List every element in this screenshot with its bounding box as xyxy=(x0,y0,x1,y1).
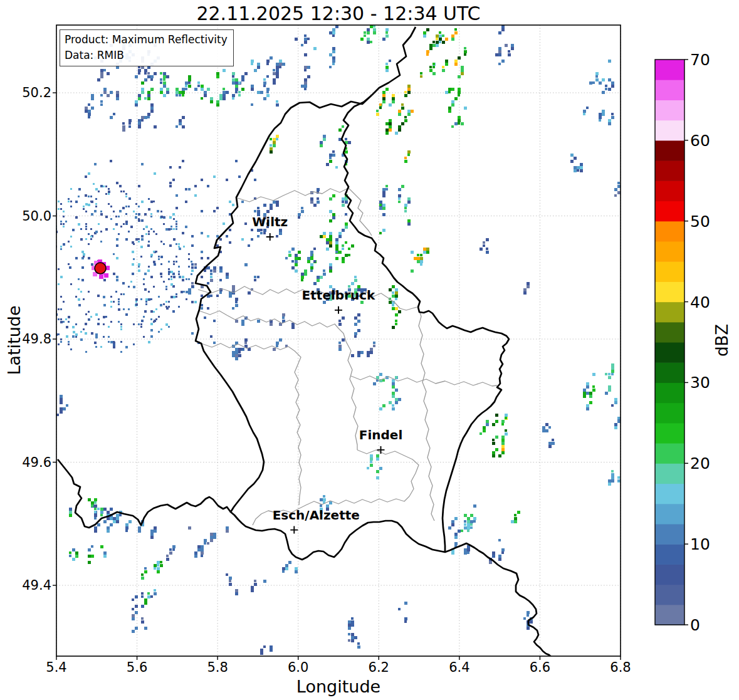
colorbar-segment xyxy=(655,443,684,464)
radar-halo-pixel xyxy=(99,274,103,279)
colorbar-tick-label: 50 xyxy=(690,212,710,230)
radar-figure: 22.11.2025 12:30 - 12:34 UTC Product: Ma… xyxy=(0,0,739,700)
colorbar-segment xyxy=(655,403,684,424)
colorbar-segment xyxy=(655,362,684,383)
colorbar-segment xyxy=(655,60,684,80)
x-tick-label: 6.2 xyxy=(369,660,389,675)
colorbar-segment xyxy=(655,100,684,120)
colorbar-segment xyxy=(655,524,684,545)
product-annotation-box: Product: Maximum Reflectivity Data: RMIB xyxy=(60,29,234,66)
y-tick-label: 50.2 xyxy=(22,85,51,100)
colorbar-tick-label: 0 xyxy=(690,616,700,634)
y-axis-label: Latitude xyxy=(4,305,24,375)
city-label: Wiltz xyxy=(252,214,288,229)
colorbar-segment xyxy=(655,564,684,585)
city-label: Esch/Alzette xyxy=(273,508,360,523)
colorbar-segment xyxy=(655,180,684,201)
colorbar-tick-label: 60 xyxy=(690,131,710,149)
colorbar-tick-label: 10 xyxy=(690,535,710,553)
colorbar-tick-label: 20 xyxy=(690,454,710,473)
colorbar-segment xyxy=(655,463,684,484)
product-line: Product: Maximum Reflectivity xyxy=(65,32,228,48)
x-tick-label: 5.8 xyxy=(207,660,228,675)
colorbar-tick-label: 30 xyxy=(690,374,710,392)
colorbar-segment xyxy=(655,80,684,100)
colorbar-segment xyxy=(655,120,684,141)
colorbar-segment xyxy=(655,302,684,323)
colorbar-segment xyxy=(655,281,684,302)
colorbar-segment xyxy=(655,484,684,504)
city-label: Ettelbruck xyxy=(302,288,375,303)
colorbar-segment xyxy=(655,504,684,525)
colorbar xyxy=(655,60,688,625)
x-tick-label: 6.4 xyxy=(449,660,469,675)
y-tick-label: 49.8 xyxy=(22,332,51,347)
x-tick-label: 5.6 xyxy=(127,660,147,675)
colorbar-segment xyxy=(655,423,684,444)
x-tick-label: 6.6 xyxy=(530,660,550,675)
colorbar-tick-label: 40 xyxy=(690,293,710,311)
colorbar-segment xyxy=(655,322,684,343)
city-label: Findel xyxy=(359,427,403,442)
colorbar-segment xyxy=(655,261,684,282)
colorbar-segment xyxy=(655,342,684,363)
colorbar-segment xyxy=(655,241,684,262)
colorbar-segment xyxy=(655,160,684,181)
radar-halo-pixel xyxy=(104,273,108,278)
colorbar-label: dBZ xyxy=(713,324,731,357)
y-tick-label: 49.4 xyxy=(22,578,51,593)
figure-title: 22.11.2025 12:30 - 12:34 UTC xyxy=(56,3,621,24)
x-tick-label: 6.8 xyxy=(610,660,631,675)
colorbar-tick-label: 70 xyxy=(690,51,710,69)
radar-site-dot xyxy=(95,263,106,274)
radar-map-canvas xyxy=(0,0,739,700)
colorbar-segment xyxy=(655,544,684,565)
x-tick-label: 6.0 xyxy=(288,660,308,675)
y-tick-label: 49.6 xyxy=(22,455,51,470)
colorbar-segment xyxy=(655,140,684,161)
colorbar-segment xyxy=(655,585,684,605)
x-tick-label: 5.4 xyxy=(46,660,66,675)
colorbar-segment xyxy=(655,605,684,625)
colorbar-segment xyxy=(655,201,684,222)
colorbar-segment xyxy=(655,221,684,242)
y-tick-label: 50.0 xyxy=(22,209,51,224)
x-axis-label: Longitude xyxy=(56,677,621,696)
colorbar-segment xyxy=(655,382,684,403)
data-source-line: Data: RMIB xyxy=(65,48,228,63)
